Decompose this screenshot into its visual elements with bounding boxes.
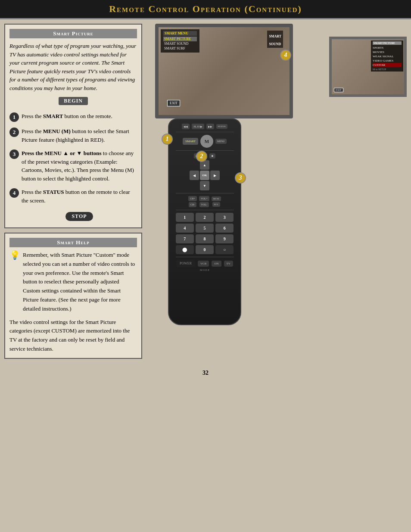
dpad-right-btn[interactable]: ▶ (210, 171, 220, 180)
tv-secondary-video: VIDEO GAMES (373, 59, 402, 63)
remote-menu-btn[interactable]: MENU (215, 139, 227, 144)
remote-mute-btn[interactable]: MUTE (212, 196, 221, 201)
step-4-circle: 4 (9, 188, 19, 198)
remote-num-3[interactable]: 3 (215, 213, 234, 222)
lightbulb-icon: 💡 (9, 250, 20, 260)
tv-secondary-movies: MOVIES (373, 50, 402, 54)
step-1-circle: 1 (9, 112, 19, 122)
dpad-down-btn[interactable]: ▼ (200, 181, 209, 190)
remote-m-btn[interactable]: M (200, 135, 213, 148)
step-3-circle: 3 (9, 149, 19, 159)
dpad-empty-2 (210, 160, 220, 170)
remote-vcr-btn[interactable]: VCR (198, 261, 209, 267)
remote-num-9[interactable]: 9 (215, 234, 234, 243)
begin-badge: BEGIN (59, 97, 88, 105)
remote-status-btn[interactable]: STATUS (216, 124, 227, 129)
remote-mode-label: M O D E (200, 269, 209, 271)
step-bubble-1: 1 (162, 134, 173, 145)
help-text-2: The video control settings for the Smart… (9, 318, 137, 354)
smart-picture-title: Smart Picture (9, 29, 137, 38)
remote-tv-btn[interactable]: TV (224, 261, 233, 267)
step-3: 3 Press the MENU ▲ or ▼ buttons to choos… (9, 149, 137, 183)
remote-numpad: 1 2 3 4 5 6 7 8 9 ⬤ 0 ○ (176, 213, 234, 254)
remote-num-7[interactable]: 7 (176, 234, 194, 243)
remote-power-btn[interactable]: POWER (176, 260, 195, 267)
tv-secondary-setup: M to SETUP (373, 68, 402, 71)
tv-secondary: SMART PICTURE SPORTS MOVIES WEAK SIGNAL … (329, 37, 407, 97)
dpad-center-btn[interactable]: OK (200, 171, 209, 180)
remote-bottom-row: POWER VCR ON TV (176, 260, 233, 267)
tv-secondary-custom: CUSTOM (373, 63, 402, 67)
remote-smart-btn[interactable]: SMART (183, 138, 198, 145)
right-column: SMART MENU SMART PICTURE SMART SOUND SMA… (146, 24, 407, 359)
remote-chup-btn[interactable]: CH+ (188, 196, 197, 201)
remote-dpad: ▲ ◀ OK ▶ ▼ (190, 160, 220, 190)
step-2: 2 Press the MENU (M) button to select th… (9, 127, 137, 144)
tv-secondary-menu: SMART PICTURE SPORTS MOVIES WEAK SIGNAL … (371, 40, 403, 72)
remote-num-0[interactable]: ⬤ (176, 245, 194, 254)
dpad-left-btn[interactable]: ◀ (190, 171, 199, 180)
smart-help-title: Smart Help (9, 238, 137, 247)
left-column: Smart Picture Regardless of what type of… (4, 24, 142, 359)
remote-chdn-btn[interactable]: CH- (189, 202, 196, 207)
tv-smart-sound-label: SMARTSOUND (267, 31, 283, 48)
step-1-text: Press the SMART button on the remote. (22, 112, 112, 121)
remote-num-4[interactable]: 4 (176, 224, 194, 233)
tv-main-screen: SMART MENU SMART PICTURE SMART SOUND SMA… (159, 27, 290, 115)
remote-num-0-btn[interactable]: 0 (196, 245, 214, 254)
header-title: Remote Control Operation (Continued) (109, 3, 302, 14)
tv-secondary-sports: SPORTS (373, 46, 402, 50)
remote-num-1[interactable]: 1 (176, 213, 194, 222)
remote-num-5[interactable]: 5 (196, 224, 214, 233)
step-2-circle: 2 (9, 128, 19, 137)
remote-control: ◀◀ PLAY▶ ▶▶ STATUS SMART M MENU ■ ⏸ (168, 118, 241, 325)
step-4: 4 Press the STATUS button on the remote … (9, 188, 137, 205)
remote-rec-btn[interactable]: ⏺ (209, 153, 215, 159)
step-1: 1 Press the SMART button on the remote. (9, 112, 137, 122)
tv-secondary-exit: EXIT (334, 88, 343, 92)
remote-voldn-btn[interactable]: VOL- (199, 202, 209, 207)
remote-rewind-btn[interactable]: ◀◀ (182, 124, 190, 129)
step-bubble-4: 4 (280, 50, 291, 61)
remote-recall-btn[interactable]: RCL (212, 202, 220, 207)
tv-secondary-title: SMART PICTURE (373, 41, 402, 45)
page-container: Remote Control Operation (Continued) Sma… (0, 0, 411, 532)
dpad-empty-4 (210, 181, 220, 190)
remote-num-8[interactable]: 8 (196, 234, 214, 243)
step-4-text: Press the STATUS button on the remote to… (22, 188, 137, 205)
tv-menu-item-1: SMART PICTURE (163, 37, 197, 41)
remote-smart-row: SMART M MENU (172, 135, 237, 148)
smart-picture-box: Smart Picture Regardless of what type of… (4, 24, 142, 228)
tv-menu-overlay: SMART MENU SMART PICTURE SMART SOUND SMA… (161, 29, 199, 53)
tv-exit-btn: EXIT (167, 100, 180, 106)
step-3-text: Press the MENU ▲ or ▼ buttons to choose … (22, 149, 137, 183)
stop-badge: STOP (65, 212, 93, 221)
step-bubble-3: 3 (235, 172, 246, 184)
page-number: 32 (0, 363, 411, 381)
remote-on-btn[interactable]: ON (212, 261, 221, 267)
remote-num-2[interactable]: 2 (196, 213, 214, 222)
remote-num-dot[interactable]: ○ (215, 245, 234, 254)
remote-num-6[interactable]: 6 (215, 224, 234, 233)
page-header: Remote Control Operation (Continued) (0, 0, 411, 19)
tv-secondary-screen: SMART PICTURE SPORTS MOVIES WEAK SIGNAL … (332, 39, 404, 94)
tv-menu-title: SMART MENU (163, 31, 197, 36)
smart-picture-intro: Regardless of what type of program your … (9, 42, 137, 92)
remote-chvol-row: CH+ CH- VOL+ VOL- MUTE RCL (172, 196, 237, 207)
remote-transport-row: ◀◀ PLAY▶ ▶▶ STATUS (172, 124, 237, 129)
tv-secondary-weak: WEAK SIGNAL (373, 54, 402, 59)
tv-menu-item-2: SMART SOUND (163, 41, 197, 46)
step-2-text: Press the MENU (M) button to select the … (22, 127, 137, 144)
main-content: Smart Picture Regardless of what type of… (0, 19, 411, 363)
dpad-empty-1 (190, 160, 199, 170)
remote-play-btn[interactable]: PLAY▶ (192, 124, 204, 129)
remote-ff-btn[interactable]: ▶▶ (206, 124, 214, 129)
help-intro: 💡 Remember, with Smart Picture "Custom" … (9, 251, 137, 314)
step-bubble-2: 2 (196, 151, 207, 162)
dpad-empty-3 (190, 181, 199, 190)
tv-main: SMART MENU SMART PICTURE SMART SOUND SMA… (155, 24, 293, 118)
remote-volup-btn[interactable]: VOL+ (199, 196, 209, 201)
help-text-1: Remember, with Smart Picture "Custom" mo… (23, 251, 137, 314)
tv-menu-item-3: SMART SURF (163, 46, 197, 51)
smart-help-box: Smart Help 💡 Remember, with Smart Pictur… (4, 233, 142, 359)
